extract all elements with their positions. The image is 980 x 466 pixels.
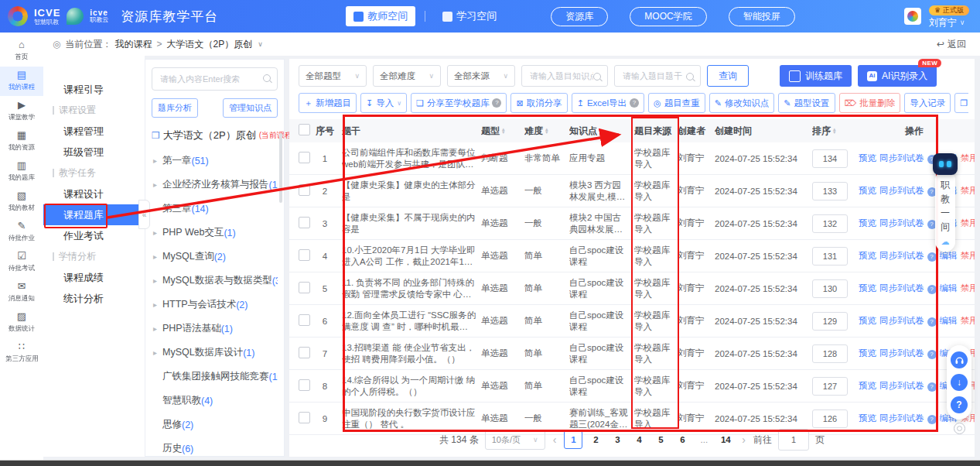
toolbar-button-6[interactable]: ✎修改知识点 [709, 93, 775, 113]
sync-to-paper-link[interactable]: 同步到试卷 [879, 186, 924, 195]
bank-analysis-button[interactable]: 题库分析 [152, 98, 198, 118]
preview-link[interactable]: 预览 [859, 186, 876, 195]
sort-order-input[interactable]: 126 [812, 409, 848, 428]
filter-select-1[interactable]: 全部难度∨ [373, 65, 441, 87]
sort-icon[interactable]: ▴▾ [545, 128, 548, 135]
menu-item-9[interactable]: 课程成绩 [43, 267, 145, 288]
user-menu[interactable]: 刘育宁 ∨ [929, 18, 965, 27]
disable-link[interactable]: 禁用 [961, 153, 975, 163]
question-stem[interactable]: 12.面向全体员工进行 “SSC服务的满意度 调 查” 时，哪种时机最恰 当？（… [342, 310, 481, 333]
rail-item-third-party-apps[interactable]: ∷第三方应用 [0, 338, 43, 368]
menu-item-6[interactable]: 课程题库 [43, 204, 145, 225]
customer-service-icon[interactable] [951, 351, 968, 368]
menu-item-10[interactable]: 统计分析 [43, 288, 145, 309]
rail-item-my-question-bank[interactable]: ▥我的题库 [0, 157, 43, 187]
edit-link[interactable]: 编辑 [940, 251, 958, 260]
page-button-14[interactable]: 14 [717, 431, 734, 448]
help-icon[interactable]: ? [927, 317, 937, 327]
quick-link-1[interactable]: MOOC学院 [630, 7, 706, 26]
download-icon[interactable]: ↓ [951, 374, 968, 391]
preview-link[interactable]: 预览 [859, 413, 876, 423]
ai-recognition-button[interactable]: Ai AI识别录入 NEW [858, 65, 937, 87]
page-button-1[interactable]: 1 [564, 430, 582, 449]
tree-node-12[interactable]: 历史(6) [152, 437, 278, 461]
tree-scrollbar[interactable] [279, 133, 282, 203]
widget-expander-icon[interactable] [954, 423, 965, 434]
menu-item-5[interactable]: 课程设计 [43, 183, 145, 204]
page-button-6[interactable]: 6 [674, 431, 691, 448]
sync-to-paper-link[interactable]: 同步到试卷 [879, 251, 924, 260]
help-icon[interactable]: ? [492, 98, 501, 108]
row-checkbox[interactable] [299, 379, 310, 391]
toolbar-button-0[interactable]: ＋新增题目 [299, 93, 357, 113]
menu-item-2[interactable]: 课程管理 [43, 121, 145, 142]
rail-item-pending-exams[interactable]: ☑待批考试 [0, 248, 43, 277]
page-button-3[interactable]: 3 [609, 431, 626, 448]
rail-item-my-resources[interactable]: ▦我的资源 [0, 127, 43, 156]
row-checkbox[interactable] [299, 184, 310, 196]
row-checkbox[interactable] [299, 249, 310, 261]
toolbar-button-1[interactable]: ↧导入∨ [360, 93, 407, 113]
sort-order-input[interactable]: 132 [812, 214, 848, 233]
sort-icon[interactable]: ▴▾ [833, 128, 836, 135]
menu-item-0[interactable]: 课程引导 [43, 79, 145, 100]
disable-link[interactable]: 禁用 [961, 251, 975, 260]
toolbar-button-3[interactable]: ⊠取消分享 [510, 93, 567, 113]
breadcrumb-current-course[interactable]: 大学语文（2P）原创 [167, 38, 253, 51]
train-bank-button[interactable]: 训练题库 [780, 65, 852, 87]
row-checkbox[interactable] [299, 314, 310, 326]
tree-node-2[interactable]: 第三章(14) [152, 197, 278, 221]
question-stem[interactable]: 13.招聘渠道 能 使企业节省支出，使招 聘费用降到最小值。（） [342, 342, 481, 365]
tree-node-4[interactable]: ▸MySQL查询(2) [152, 245, 278, 269]
tree-node-1[interactable]: ▸企业经济业务核算与报告(10) [152, 173, 278, 197]
tree-node-5[interactable]: ▸MySQL数据表与数据类型(3) [152, 269, 278, 293]
toolbar-button-5[interactable]: ◎题目查重 [648, 93, 705, 113]
preview-link[interactable]: 预览 [859, 218, 876, 228]
toolbar-button-2[interactable]: ❏分享至学校题库? [411, 93, 507, 113]
row-checkbox[interactable] [299, 347, 310, 358]
filter-input-field-1[interactable] [621, 70, 688, 81]
question-stem[interactable]: 10.小王2020年7月1日 大学毕业即进入A公司 工作，截止2021年12月 … [342, 245, 481, 268]
page-button-5[interactable]: 5 [652, 431, 669, 448]
manage-knowledge-button[interactable]: 管理知识点 [223, 98, 278, 118]
sync-to-paper-link[interactable]: 同步到试卷 [879, 316, 924, 325]
next-page-button[interactable]: › [740, 433, 747, 446]
sync-to-paper-link[interactable]: 同步到试卷 [879, 348, 924, 358]
preview-link[interactable]: 预览 [859, 283, 876, 293]
toolbar-button-7[interactable]: ✎题型设置 [778, 93, 835, 113]
help-icon[interactable]: ? [927, 285, 937, 294]
question-stem[interactable]: 【健康史采集】健康史的主体部分是 [342, 180, 481, 203]
tree-node-0[interactable]: ▸第一章(51) [152, 149, 278, 173]
filter-input-field-0[interactable] [528, 70, 595, 81]
preview-link[interactable]: 预览 [859, 381, 876, 390]
rail-item-pending-homework[interactable]: ✎待批作业 [0, 218, 43, 247]
tree-node-8[interactable]: ▸MySQL数据库设计(1) [152, 341, 278, 365]
tree-node-10[interactable]: 智慧职教(4) [152, 389, 278, 413]
breadcrumb-chevron-down-icon[interactable]: ∨ [258, 40, 263, 48]
sort-order-input[interactable]: 131 [812, 247, 848, 266]
sync-to-paper-link[interactable]: 同步到试卷 [879, 218, 924, 228]
help-icon[interactable]: ? [630, 98, 639, 108]
row-checkbox[interactable] [299, 282, 310, 293]
toolbar-button-4[interactable]: ↥Excel导出? [572, 93, 644, 113]
sort-order-input[interactable]: 130 [812, 279, 848, 298]
sync-to-paper-link[interactable]: 同步到试卷 [879, 381, 924, 390]
disable-link[interactable]: 禁用 [961, 186, 975, 195]
assistant-widget[interactable]: 职教一间☁ [933, 153, 958, 252]
app-icon[interactable] [904, 8, 921, 25]
quick-link-0[interactable]: 资源库 [551, 7, 608, 26]
nav-teacher-space[interactable]: 教师空间 [346, 6, 415, 26]
sync-to-paper-link[interactable]: 同步到试卷 [879, 283, 924, 293]
tree-root-course[interactable]: ❒ 大学语文（2P）原创 (当前课程) [152, 128, 278, 142]
help-icon[interactable]: ? [927, 252, 937, 262]
rail-item-home[interactable]: ⌂首页 [0, 36, 43, 66]
disable-link[interactable]: 禁用 [961, 316, 975, 325]
sort-order-input[interactable]: 127 [812, 377, 848, 396]
select-all-checkbox[interactable] [299, 124, 310, 135]
question-stem[interactable]: 中国现阶段的央行数字货币设计应注重（） 替代 。 [342, 407, 481, 430]
sort-order-input[interactable]: 134 [812, 149, 848, 168]
tree-node-3[interactable]: ▸PHP Web交互(1) [152, 221, 278, 245]
rail-item-my-courses[interactable]: ▤我的课程 [0, 67, 43, 96]
row-checkbox[interactable] [299, 217, 310, 228]
edit-link[interactable]: 编辑 [940, 316, 958, 325]
